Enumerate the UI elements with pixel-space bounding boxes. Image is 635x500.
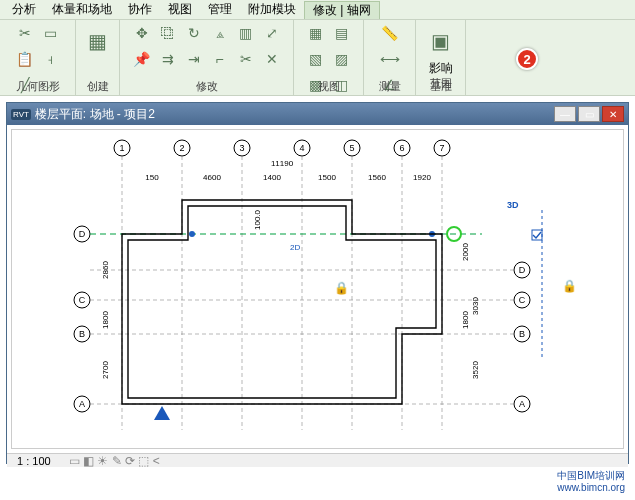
titlebar: RVT 楼层平面: 场地 - 项目2 — ▭ ✕	[7, 103, 628, 125]
svg-text:150: 150	[145, 173, 159, 182]
watermark: 中国BIM培训网 www.bimcn.org	[557, 470, 625, 494]
doc-title: 楼层平面: 场地 - 项目2	[35, 106, 155, 123]
panel-shape-label: 几何图形	[0, 79, 75, 94]
create-icon[interactable]: ▦	[79, 22, 117, 60]
plan-canvas[interactable]: 1234567 ABCD ABCD	[11, 129, 624, 449]
panel-modify-label: 修改	[120, 79, 293, 94]
max-button[interactable]: ▭	[578, 106, 600, 122]
move-icon[interactable]: ✥	[131, 22, 153, 44]
svg-text:100.0: 100.0	[253, 209, 262, 230]
svg-text:🔒: 🔒	[562, 278, 577, 293]
pin-icon[interactable]: 📌	[131, 48, 153, 70]
menu-bar: 分析 体量和场地 协作 视图 管理 附加模块 修改 | 轴网	[0, 0, 635, 20]
menu-analysis[interactable]: 分析	[4, 1, 44, 18]
svg-text:2D: 2D	[290, 243, 300, 252]
document-window: RVT 楼层平面: 场地 - 项目2 — ▭ ✕ 1234567 ABCD AB…	[6, 102, 629, 464]
offset-icon[interactable]: ⇉	[157, 48, 179, 70]
panel-create-label: 创建	[76, 79, 119, 94]
panel-view-label: 视图	[294, 79, 363, 94]
ruler-icon[interactable]: 📏	[379, 22, 401, 44]
svg-text:3: 3	[239, 143, 244, 153]
svg-text:2700: 2700	[101, 361, 110, 379]
panel-measure-label: 测量	[364, 79, 415, 94]
menu-modify-grid[interactable]: 修改 | 轴网	[304, 1, 380, 19]
svg-text:1500: 1500	[318, 173, 336, 182]
svg-text:B: B	[79, 329, 85, 339]
affect-range-icon: ▣	[422, 22, 460, 60]
view-scale[interactable]: 1 : 100	[17, 455, 51, 467]
menu-mass-site[interactable]: 体量和场地	[44, 1, 120, 18]
close-button[interactable]: ✕	[602, 106, 624, 122]
svg-text:5: 5	[349, 143, 354, 153]
paste-icon[interactable]: 📋	[14, 48, 36, 70]
menu-collab[interactable]: 协作	[120, 1, 160, 18]
delete-icon[interactable]: ✕	[261, 48, 283, 70]
svg-text:1800: 1800	[101, 311, 110, 329]
svg-text:3030: 3030	[471, 297, 480, 315]
svg-text:A: A	[79, 399, 85, 409]
svg-text:1400: 1400	[263, 173, 281, 182]
ribbon: ✂ ▭ 📋 ⫞ ╱ ⟋ 几何图形 ▦ 创建 ✥ ⿻ ↻ ⟁ ▥ ⤢ 📌 ⇉ ⇥ …	[0, 20, 635, 96]
align-icon[interactable]: ⫞	[40, 48, 62, 70]
svg-text:2: 2	[179, 143, 184, 153]
annotation-badge-2: 2	[516, 48, 538, 70]
svg-text:B: B	[519, 329, 525, 339]
svg-text:C: C	[79, 295, 86, 305]
array-icon[interactable]: ▥	[235, 22, 257, 44]
view3-icon[interactable]: ▧	[305, 48, 327, 70]
svg-text:1800: 1800	[461, 311, 470, 329]
scale-icon[interactable]: ⤢	[261, 22, 283, 44]
menu-addin[interactable]: 附加模块	[240, 1, 304, 18]
floor-plan: 1234567 ABCD ABCD	[12, 130, 624, 444]
rotate-icon[interactable]: ↻	[183, 22, 205, 44]
svg-text:11190: 11190	[271, 159, 294, 168]
min-button[interactable]: —	[554, 106, 576, 122]
svg-text:1560: 1560	[368, 173, 386, 182]
menu-view[interactable]: 视图	[160, 1, 200, 18]
svg-text:🔒: 🔒	[334, 280, 349, 295]
svg-text:4: 4	[299, 143, 304, 153]
svg-marker-64	[154, 406, 170, 420]
copy-icon[interactable]: ⿻	[157, 22, 179, 44]
svg-text:6: 6	[399, 143, 404, 153]
svg-text:1920: 1920	[413, 173, 431, 182]
trim2-icon[interactable]: ⌐	[209, 48, 231, 70]
split2-icon[interactable]: ✂	[235, 48, 257, 70]
mirror-icon[interactable]: ⟁	[209, 22, 231, 44]
svg-text:4600: 4600	[203, 173, 221, 182]
svg-text:C: C	[519, 295, 526, 305]
cut-icon[interactable]: ✂	[14, 22, 36, 44]
svg-text:1: 1	[119, 143, 124, 153]
svg-text:3520: 3520	[471, 361, 480, 379]
panel-base-label: 基准	[416, 79, 465, 94]
svg-text:7: 7	[439, 143, 444, 153]
svg-text:2860: 2860	[101, 261, 110, 279]
join-icon[interactable]: ▭	[40, 22, 62, 44]
svg-point-42	[189, 231, 195, 237]
svg-text:3D: 3D	[507, 200, 519, 210]
status-bar: 1 : 100 ▭ ◧ ☀ ✎ ⟳ ⬚ <	[7, 453, 628, 467]
view1-icon[interactable]: ▦	[305, 22, 327, 44]
view2-icon[interactable]: ▤	[331, 22, 353, 44]
menu-manage[interactable]: 管理	[200, 1, 240, 18]
svg-text:D: D	[519, 265, 526, 275]
dim-icon[interactable]: ⟷	[379, 48, 401, 70]
svg-text:A: A	[519, 399, 525, 409]
svg-text:2000: 2000	[461, 243, 470, 261]
svg-text:D: D	[79, 229, 86, 239]
view4-icon[interactable]: ▨	[331, 48, 353, 70]
extend-icon[interactable]: ⇥	[183, 48, 205, 70]
rvt-badge: RVT	[11, 109, 31, 120]
